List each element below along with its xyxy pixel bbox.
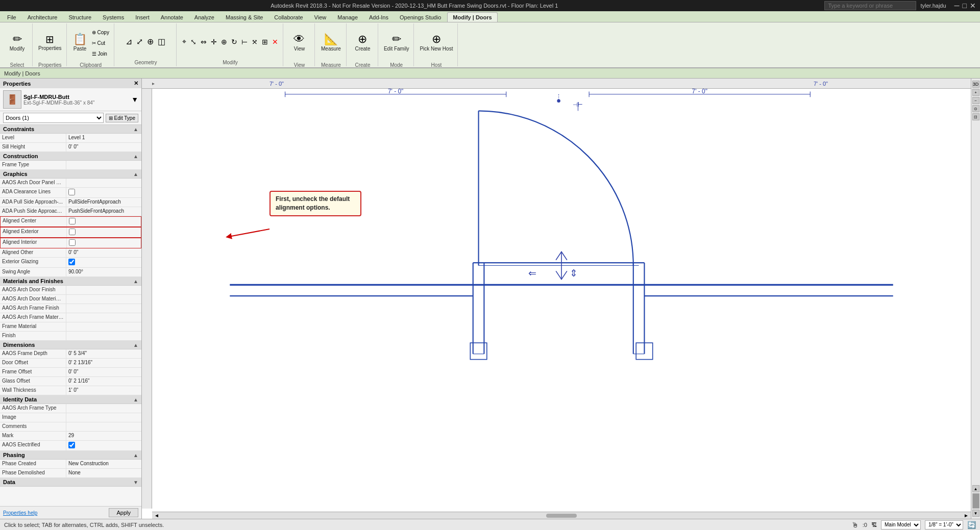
prop-section-identity[interactable]: Identity Data ▲ [0,395,141,404]
canvas-drawing[interactable]: 7' - 0" 7' - 0" ⊣⊢ [152,89,971,509]
electrified-checkbox[interactable] [68,442,75,448]
aligned-center-checkbox[interactable] [69,218,76,224]
prop-val-arch-frame-material[interactable] [66,313,141,322]
properties-button[interactable]: ⊞ Properties [37,24,63,61]
prop-val-aligned-interior[interactable] [67,238,141,248]
prop-val-electrified[interactable] [66,441,141,450]
status-workset-select[interactable]: Main Model [881,520,921,529]
tab-modify-doors[interactable]: Modify | Doors [447,12,497,22]
tab-insert[interactable]: Insert [130,13,155,22]
fit-view-button[interactable]: ⊙ [972,105,979,112]
prop-val-aligned-center[interactable] [67,217,141,226]
prop-val-aligned-other[interactable]: 0' 0" [66,248,141,257]
scroll-left-icon[interactable]: ◄ [154,513,159,518]
search-input[interactable] [824,1,916,10]
prop-val-frame-material[interactable] [66,322,141,331]
prop-type-arrow[interactable]: ▼ [131,95,138,104]
prop-val-door-offset[interactable]: 0' 2 13/16" [66,359,141,367]
vscroll-down-button[interactable]: ▼ [972,510,979,517]
apply-button[interactable]: Apply [109,508,138,517]
prop-val-phase-created[interactable]: New Construction [66,460,141,468]
tab-openings[interactable]: Openings Studio [395,13,446,22]
hscroll-bar[interactable] [546,514,577,518]
aligned-exterior-checkbox[interactable] [69,229,76,235]
tab-massing[interactable]: Massing & Site [220,13,268,22]
pick-new-host-button[interactable]: ⊕ Pick New Host [418,24,454,61]
prop-val-ada-clearance[interactable] [66,188,141,197]
edit-type-button[interactable]: ⊞ Edit Type [106,114,138,122]
cut-button[interactable]: ✂ Cut [90,38,111,48]
aligned-interior-checkbox[interactable] [69,239,76,246]
prop-val-exterior-glazing[interactable] [66,258,141,267]
canvas-hscroll[interactable]: ◄ ► [152,512,971,519]
prop-val-sill-height[interactable]: 0' 0" [66,143,141,152]
prop-val-arch-door-material[interactable] [66,295,141,304]
prop-val-arch-frame-finish[interactable] [66,304,141,313]
join-button[interactable]: ☰ Join [90,48,111,59]
prop-section-materials[interactable]: Materials and Finishes ▲ [0,277,141,286]
measure-button[interactable]: 📐 Measure [320,24,342,61]
prop-val-frame-type[interactable] [66,161,141,169]
ada-clearance-checkbox[interactable] [68,189,75,195]
tab-structure[interactable]: Structure [63,13,96,22]
prop-val-frame-depth[interactable]: 0' 5 3/4" [66,349,141,358]
tab-view[interactable]: View [309,13,332,22]
prop-val-arch-door-finish[interactable] [66,286,141,294]
prop-section-data[interactable]: Data ▼ [0,478,141,487]
geometry-btn1[interactable]: ⊿ [124,37,134,47]
vscroll-up-button[interactable]: ▲ [972,485,979,492]
tab-file[interactable]: File [2,13,21,22]
prop-val-level[interactable]: Level 1 [66,134,141,142]
properties-help-link[interactable]: Properties help [3,510,37,516]
prop-val-door-panel-type[interactable] [66,179,141,187]
prop-section-construction[interactable]: Construction ▲ [0,152,141,161]
array-button[interactable]: ⊞ [260,37,270,47]
modify-button[interactable]: ✏ Modify [8,24,27,61]
rotate-button[interactable]: ↻ [230,37,239,47]
tab-architecture[interactable]: Architecture [22,13,63,22]
prop-val-aligned-exterior[interactable] [67,228,141,237]
edit-family-button[interactable]: ✏ Edit Family [382,24,410,61]
prop-section-graphics[interactable]: Graphics ▲ [0,170,141,179]
prop-section-phasing[interactable]: Phasing ▲ [0,451,141,460]
tab-manage[interactable]: Manage [332,13,363,22]
create-button[interactable]: ⊕ Create [353,24,372,61]
paste-button[interactable]: 📋 Paste [71,24,89,61]
prop-val-phase-demolished[interactable]: None [66,469,141,477]
prop-instance-select[interactable]: Doors (1) [3,113,104,123]
prop-val-arch-frame-type[interactable] [66,404,141,413]
status-scale-select[interactable]: 1/8" = 1'-0" [925,520,963,529]
scroll-right-icon[interactable]: ► [964,513,969,518]
prop-val-ada-pull[interactable]: PullSideFrontApproach [66,198,141,207]
copy-button[interactable]: ⊕ Copy [90,27,111,37]
tab-systems[interactable]: Systems [97,13,129,22]
del-button[interactable]: ✕ [271,37,280,47]
minimize-icon[interactable]: ─ [954,2,960,10]
exterior-glazing-checkbox[interactable] [68,259,75,265]
geometry-btn3[interactable]: ⊕ [145,37,155,47]
zoom-out-button[interactable]: − [972,97,979,104]
status-sync-icon[interactable]: 🔄 [967,521,976,529]
tab-collaborate[interactable]: Collaborate [269,13,308,22]
prop-val-glass-offset[interactable]: 0' 2 1/16" [66,377,141,386]
geometry-btn2[interactable]: ⤢ [135,37,144,47]
prop-section-constraints[interactable]: Constraints ▲ [0,125,141,134]
prop-val-finish[interactable] [66,332,141,340]
tab-addins[interactable]: Add-Ins [364,13,394,22]
prop-val-ada-push[interactable]: PushSideFrontApproach [66,207,141,216]
align-button[interactable]: ⌖ [181,37,188,47]
tab-annotate[interactable]: Annotate [156,13,188,22]
tab-analyze[interactable]: Analyze [189,13,219,22]
view-cube-button[interactable]: ⊡ [972,113,979,120]
offset-button[interactable]: ⤡ [189,37,198,47]
mirror-button[interactable]: ⇔ [199,37,208,47]
maximize-icon[interactable]: □ [963,2,967,10]
prop-val-comments[interactable] [66,422,141,431]
prop-val-image[interactable] [66,413,141,422]
prop-close-icon[interactable]: ✕ [134,80,138,87]
close-icon[interactable]: ✕ [970,2,976,10]
view-3d-button[interactable]: 3D [972,81,979,88]
geometry-btn4[interactable]: ◫ [156,37,167,47]
prop-section-dimensions[interactable]: Dimensions ▲ [0,341,141,349]
scale-button[interactable]: ⤧ [250,37,259,47]
